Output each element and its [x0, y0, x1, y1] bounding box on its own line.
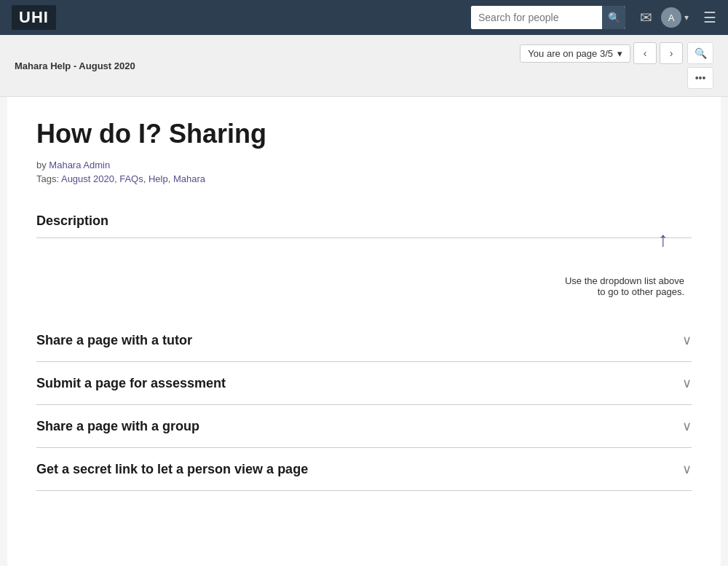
more-options-button[interactable]: ••• [687, 67, 713, 89]
page-selector-label: You are on page 3/5 [528, 48, 613, 59]
accordion-header-submit-assessment[interactable]: Submit a page for assessment ∨ [36, 362, 692, 404]
tag-help[interactable]: Help [149, 173, 168, 184]
next-page-button[interactable]: › [660, 42, 683, 64]
hint-line1: Use the dropdown list above [565, 275, 684, 286]
chevron-down-icon: ∨ [682, 461, 692, 477]
search-input[interactable] [471, 6, 602, 29]
hint-text: ↑ Use the dropdown list above to go to o… [565, 250, 692, 297]
more-icon: ••• [695, 72, 706, 84]
page-selector-dropdown[interactable]: You are on page 3/5 ▾ [520, 44, 630, 63]
chevron-down-icon: ∨ [682, 418, 692, 434]
main-content: How do I? Sharing by Mahara Admin Tags: … [7, 97, 721, 566]
accordion-item: Share a page with a tutor ∨ [36, 319, 692, 362]
accordion: Share a page with a tutor ∨ Submit a pag… [36, 319, 692, 491]
accordion-item: Submit a page for assessment ∨ [36, 362, 692, 405]
avatar-menu[interactable]: A ▾ [661, 7, 689, 28]
accordion-item: Get a secret link to let a person view a… [36, 448, 692, 491]
site-header: UHI 🔍 ✉ A ▾ ☰ [0, 0, 728, 35]
hint-line2: to go to other pages. [598, 286, 684, 297]
tags-line: Tags: August 2020, FAQs, Help, Mahara [36, 173, 692, 184]
tag-august-2020[interactable]: August 2020 [61, 173, 114, 184]
description-section-title: Description [36, 199, 692, 238]
breadcrumb: Mahara Help - August 2020 [15, 60, 135, 71]
breadcrumb-bar: Mahara Help - August 2020 You are on pag… [0, 35, 728, 97]
accordion-label: Submit a page for assessment [36, 376, 226, 391]
author-link[interactable]: Mahara Admin [49, 160, 110, 170]
chevron-down-icon: ∨ [682, 375, 692, 391]
accordion-header-share-tutor[interactable]: Share a page with a tutor ∨ [36, 319, 692, 361]
hamburger-menu-icon[interactable]: ☰ [703, 9, 716, 26]
accordion-item: Share a page with a group ∨ [36, 405, 692, 448]
logo: UHI [12, 5, 56, 30]
page-navigation: You are on page 3/5 ▾ ‹ › [520, 42, 683, 64]
zoom-button[interactable]: 🔍 [687, 42, 713, 64]
search-icon: 🔍 [608, 12, 620, 23]
accordion-label: Get a secret link to let a person view a… [36, 462, 308, 477]
mail-icon[interactable]: ✉ [640, 9, 652, 26]
prev-page-button[interactable]: ‹ [633, 42, 657, 64]
accordion-label: Share a page with a tutor [36, 333, 192, 348]
description-hint: ↑ Use the dropdown list above to go to o… [36, 238, 692, 319]
zoom-icon: 🔍 [695, 47, 707, 59]
next-icon: › [670, 47, 673, 59]
tag-faqs[interactable]: FAQs [119, 173, 143, 184]
author-line: by Mahara Admin [36, 160, 692, 170]
prev-icon: ‹ [644, 47, 647, 59]
accordion-header-secret-link[interactable]: Get a secret link to let a person view a… [36, 448, 692, 490]
chevron-down-icon: ▾ [684, 12, 689, 23]
arrow-up-icon: ↑ [658, 229, 668, 250]
avatar: A [661, 7, 681, 28]
accordion-label: Share a page with a group [36, 419, 199, 434]
search-button[interactable]: 🔍 [602, 6, 625, 29]
search-bar: 🔍 [471, 6, 625, 29]
logo-text: UHI [12, 5, 56, 30]
accordion-header-share-group[interactable]: Share a page with a group ∨ [36, 405, 692, 447]
page-selector-chevron: ▾ [617, 48, 622, 59]
chevron-down-icon: ∨ [682, 332, 692, 348]
tag-mahara[interactable]: Mahara [173, 173, 205, 184]
zoom-more-controls: 🔍 ••• [687, 42, 713, 89]
page-title: How do I? Sharing [36, 119, 692, 149]
